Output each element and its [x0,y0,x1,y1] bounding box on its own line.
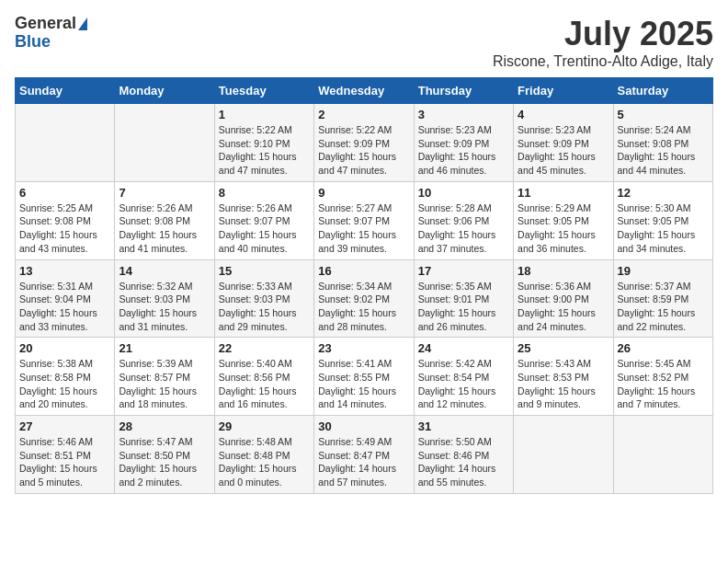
calendar-day-cell: 5Sunrise: 5:24 AMSunset: 9:08 PMDaylight… [613,104,712,182]
calendar-day-cell: 21Sunrise: 5:39 AMSunset: 8:57 PMDayligh… [115,338,214,416]
day-number: 5 [618,108,709,121]
calendar-day-cell [16,104,115,182]
calendar-day-cell: 18Sunrise: 5:36 AMSunset: 9:00 PMDayligh… [514,259,613,338]
day-number: 25 [518,341,609,355]
weekday-header: Thursday [414,78,513,104]
day-number: 31 [418,419,509,433]
calendar-day-cell: 20Sunrise: 5:38 AMSunset: 8:58 PMDayligh… [16,338,115,416]
day-number: 30 [318,419,409,433]
day-info: Sunrise: 5:28 AMSunset: 9:06 PMDaylight:… [418,201,509,256]
calendar-day-cell: 22Sunrise: 5:40 AMSunset: 8:56 PMDayligh… [214,338,313,416]
weekday-header: Tuesday [214,78,313,104]
calendar-day-cell: 6Sunrise: 5:25 AMSunset: 9:08 PMDaylight… [16,181,115,259]
day-info: Sunrise: 5:26 AMSunset: 9:07 PMDaylight:… [219,201,310,256]
day-number: 16 [318,264,409,278]
day-number: 29 [219,419,310,433]
title-block: July 2025 Riscone, Trentino-Alto Adige, … [493,15,713,70]
calendar-week-row: 6Sunrise: 5:25 AMSunset: 9:08 PMDaylight… [16,181,713,259]
calendar-day-cell: 4Sunrise: 5:23 AMSunset: 9:09 PMDaylight… [514,104,613,182]
calendar-day-cell: 19Sunrise: 5:37 AMSunset: 8:59 PMDayligh… [613,259,712,338]
calendar-day-cell: 25Sunrise: 5:43 AMSunset: 8:53 PMDayligh… [514,338,613,416]
calendar-day-cell: 23Sunrise: 5:41 AMSunset: 8:55 PMDayligh… [314,338,414,416]
day-info: Sunrise: 5:37 AMSunset: 8:59 PMDaylight:… [618,280,709,334]
day-info: Sunrise: 5:35 AMSunset: 9:01 PMDaylight:… [418,280,509,334]
calendar-week-row: 1Sunrise: 5:22 AMSunset: 9:10 PMDaylight… [16,104,713,182]
day-info: Sunrise: 5:24 AMSunset: 9:08 PMDaylight:… [618,123,709,178]
day-info: Sunrise: 5:40 AMSunset: 8:56 PMDaylight:… [219,357,310,411]
day-number: 10 [418,186,509,200]
day-info: Sunrise: 5:22 AMSunset: 9:10 PMDaylight:… [219,123,310,178]
calendar-day-cell: 15Sunrise: 5:33 AMSunset: 9:03 PMDayligh… [214,259,313,338]
day-number: 8 [219,186,310,200]
day-number: 27 [19,419,110,433]
day-number: 9 [318,186,409,200]
calendar-day-cell: 16Sunrise: 5:34 AMSunset: 9:02 PMDayligh… [314,259,414,338]
logo-arrow-icon [78,17,87,30]
weekday-header: Sunday [16,78,115,104]
day-number: 1 [219,108,310,121]
day-number: 12 [618,186,709,200]
calendar-day-cell: 29Sunrise: 5:48 AMSunset: 8:48 PMDayligh… [214,416,313,494]
day-info: Sunrise: 5:30 AMSunset: 9:05 PMDaylight:… [618,201,709,256]
logo: General Blue [15,15,87,52]
day-info: Sunrise: 5:31 AMSunset: 9:04 PMDaylight:… [19,280,110,334]
day-info: Sunrise: 5:22 AMSunset: 9:09 PMDaylight:… [318,123,409,178]
calendar-day-cell: 17Sunrise: 5:35 AMSunset: 9:01 PMDayligh… [414,259,513,338]
calendar-day-cell: 30Sunrise: 5:49 AMSunset: 8:47 PMDayligh… [314,416,414,494]
day-info: Sunrise: 5:49 AMSunset: 8:47 PMDaylight:… [318,435,409,489]
day-number: 4 [518,108,609,121]
calendar-day-cell [514,416,613,494]
calendar-week-row: 20Sunrise: 5:38 AMSunset: 8:58 PMDayligh… [16,338,713,416]
calendar-day-cell: 1Sunrise: 5:22 AMSunset: 9:10 PMDaylight… [214,104,313,182]
day-number: 19 [618,264,709,278]
weekday-header: Saturday [613,78,712,104]
day-info: Sunrise: 5:23 AMSunset: 9:09 PMDaylight:… [418,123,509,178]
calendar-title: July 2025 [493,15,713,53]
day-info: Sunrise: 5:26 AMSunset: 9:08 PMDaylight:… [119,201,210,256]
day-info: Sunrise: 5:38 AMSunset: 8:58 PMDaylight:… [19,357,110,411]
day-number: 14 [119,264,210,278]
calendar-day-cell [115,104,214,182]
day-info: Sunrise: 5:46 AMSunset: 8:51 PMDaylight:… [19,435,110,489]
day-number: 28 [119,419,210,433]
weekday-header: Friday [514,78,613,104]
day-info: Sunrise: 5:25 AMSunset: 9:08 PMDaylight:… [19,201,110,256]
day-number: 18 [518,264,609,278]
calendar-day-cell: 14Sunrise: 5:32 AMSunset: 9:03 PMDayligh… [115,259,214,338]
day-number: 11 [518,186,609,200]
calendar-day-cell: 28Sunrise: 5:47 AMSunset: 8:50 PMDayligh… [115,416,214,494]
day-number: 26 [618,341,709,355]
day-number: 24 [418,341,509,355]
day-info: Sunrise: 5:34 AMSunset: 9:02 PMDaylight:… [318,280,409,334]
calendar-day-cell: 24Sunrise: 5:42 AMSunset: 8:54 PMDayligh… [414,338,513,416]
day-info: Sunrise: 5:50 AMSunset: 8:46 PMDaylight:… [418,435,509,489]
day-info: Sunrise: 5:39 AMSunset: 8:57 PMDaylight:… [119,357,210,411]
calendar-day-cell: 26Sunrise: 5:45 AMSunset: 8:52 PMDayligh… [613,338,712,416]
weekday-header: Monday [115,78,214,104]
day-number: 22 [219,341,310,355]
weekday-header: Wednesday [314,78,414,104]
calendar-week-row: 27Sunrise: 5:46 AMSunset: 8:51 PMDayligh… [16,416,713,494]
day-info: Sunrise: 5:32 AMSunset: 9:03 PMDaylight:… [119,280,210,334]
weekday-header-row: SundayMondayTuesdayWednesdayThursdayFrid… [16,78,713,104]
day-number: 2 [318,108,409,121]
calendar-day-cell: 31Sunrise: 5:50 AMSunset: 8:46 PMDayligh… [414,416,513,494]
calendar-day-cell: 8Sunrise: 5:26 AMSunset: 9:07 PMDaylight… [214,181,313,259]
calendar-day-cell: 9Sunrise: 5:27 AMSunset: 9:07 PMDaylight… [314,181,414,259]
calendar-table: SundayMondayTuesdayWednesdayThursdayFrid… [15,77,713,494]
calendar-day-cell [613,416,712,494]
logo-text-general: General [15,15,76,33]
day-info: Sunrise: 5:42 AMSunset: 8:54 PMDaylight:… [418,357,509,411]
logo-text-blue: Blue [15,33,51,52]
day-info: Sunrise: 5:48 AMSunset: 8:48 PMDaylight:… [219,435,310,489]
page-header: General Blue July 2025 Riscone, Trentino… [15,15,713,70]
day-info: Sunrise: 5:41 AMSunset: 8:55 PMDaylight:… [318,357,409,411]
day-number: 21 [119,341,210,355]
calendar-day-cell: 27Sunrise: 5:46 AMSunset: 8:51 PMDayligh… [16,416,115,494]
day-info: Sunrise: 5:43 AMSunset: 8:53 PMDaylight:… [518,357,609,411]
calendar-day-cell: 2Sunrise: 5:22 AMSunset: 9:09 PMDaylight… [314,104,414,182]
calendar-week-row: 13Sunrise: 5:31 AMSunset: 9:04 PMDayligh… [16,259,713,338]
day-info: Sunrise: 5:47 AMSunset: 8:50 PMDaylight:… [119,435,210,489]
day-info: Sunrise: 5:36 AMSunset: 9:00 PMDaylight:… [518,280,609,334]
calendar-day-cell: 7Sunrise: 5:26 AMSunset: 9:08 PMDaylight… [115,181,214,259]
